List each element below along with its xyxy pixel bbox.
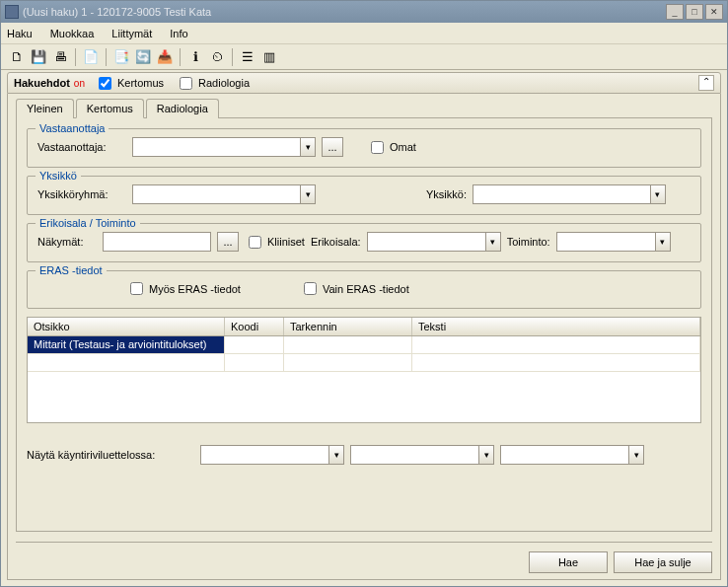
legend-vastaanottaja: Vastaanottaja: [36, 122, 109, 134]
vastaanottaja-input[interactable]: [132, 137, 300, 157]
table-header: Otsikko Koodi Tarkennin Teksti: [28, 318, 700, 336]
checkbox-vain-eras[interactable]: Vain ERAS -tiedot: [300, 279, 409, 298]
menu-haku[interactable]: Haku: [7, 28, 33, 39]
yksikkoryhma-combo[interactable]: ▾: [132, 184, 316, 204]
checkbox-myos-eras[interactable]: Myös ERAS -tiedot: [126, 279, 241, 298]
menu-muokkaa[interactable]: Muokkaa: [50, 28, 95, 39]
cell-tarkennin: [284, 354, 412, 371]
nayta-input-2[interactable]: [350, 445, 478, 465]
label-yksikkoryhma: Yksikköryhmä:: [37, 188, 126, 200]
hae-ja-sulje-button[interactable]: Hae ja sulje: [614, 551, 712, 573]
table-row[interactable]: [28, 354, 700, 372]
dropdown-arrow-icon[interactable]: ▾: [628, 445, 644, 465]
nakymat-browse-button[interactable]: ...: [217, 232, 239, 252]
label-erikoisala: Erikoisala:: [311, 236, 361, 248]
nakymat-input[interactable]: [103, 232, 211, 252]
checkbox-myos-eras-input[interactable]: [130, 282, 143, 295]
label-toiminto: Toiminto:: [507, 236, 550, 248]
nayta-input-3[interactable]: [500, 445, 628, 465]
cell-teksti: [412, 336, 700, 353]
th-teksti[interactable]: Teksti: [412, 318, 700, 335]
toiminto-combo[interactable]: ▾: [556, 232, 671, 252]
collapse-button[interactable]: ⌃: [698, 75, 714, 91]
tool2-icon[interactable]: 🔄: [133, 47, 153, 67]
dropdown-arrow-icon[interactable]: ▾: [300, 137, 316, 157]
vastaanottaja-combo[interactable]: ▾: [132, 137, 316, 157]
dropdown-arrow-icon[interactable]: ▾: [655, 232, 671, 252]
window-title: (Uusi haku) 1 - 120172-9005 Testi Kata: [23, 6, 664, 18]
dropdown-arrow-icon[interactable]: ▾: [300, 184, 316, 204]
checkbox-kertomus[interactable]: Kertomus: [95, 74, 164, 93]
columns-icon[interactable]: ▥: [259, 47, 279, 67]
nayta-combo-2[interactable]: ▾: [350, 445, 494, 465]
dropdown-arrow-icon[interactable]: ▾: [485, 232, 501, 252]
hae-button[interactable]: Hae: [529, 551, 608, 573]
cell-koodi: [225, 354, 284, 371]
th-koodi[interactable]: Koodi: [225, 318, 284, 335]
vastaanottaja-browse-button[interactable]: ...: [322, 137, 343, 157]
nayta-combo-3[interactable]: ▾: [500, 445, 644, 465]
toiminto-input[interactable]: [556, 232, 655, 252]
dropdown-arrow-icon[interactable]: ▾: [328, 445, 344, 465]
panel-body: Yleinen Kertomus Radiologia Vastaanottaj…: [7, 94, 721, 580]
titlebar: (Uusi haku) 1 - 120172-9005 Testi Kata _…: [1, 1, 727, 23]
save-icon[interactable]: 💾: [29, 47, 48, 67]
toolbar-separator: [106, 48, 107, 66]
menu-info[interactable]: Info: [170, 28, 187, 39]
checkbox-omat-input[interactable]: [371, 141, 384, 154]
nayta-combo-1[interactable]: ▾: [200, 445, 344, 465]
label-nayta: Näytä käyntiriviluettelossa:: [27, 449, 194, 461]
print-icon[interactable]: 🖶: [50, 47, 70, 67]
maximize-button[interactable]: □: [686, 4, 703, 20]
checkbox-kliiniset-input[interactable]: [249, 236, 261, 249]
menu-liittymat[interactable]: Liittymät: [111, 28, 152, 39]
nayta-input-1[interactable]: [200, 445, 328, 465]
th-otsikko[interactable]: Otsikko: [28, 318, 225, 335]
cell-otsikko: [28, 354, 225, 371]
fieldset-yksikko: Yksikkö Yksikköryhmä: ▾ Yksikkö: ▾: [27, 176, 701, 215]
legend-yksikko: Yksikkö: [36, 170, 81, 182]
tab-kertomus[interactable]: Kertomus: [76, 99, 144, 118]
table-row[interactable]: Mittarit (Testaus- ja arviointitulokset): [28, 336, 700, 354]
dropdown-arrow-icon[interactable]: ▾: [478, 445, 494, 465]
checkbox-radiologia-input[interactable]: [180, 77, 192, 90]
clock-icon[interactable]: ⏲: [207, 47, 227, 67]
yksikko-input[interactable]: [473, 184, 650, 204]
new-icon[interactable]: 🗋: [7, 47, 27, 67]
footer-buttons: Hae Hae ja sulje: [529, 551, 712, 573]
yksikko-combo[interactable]: ▾: [473, 184, 666, 204]
tab-content: Vastaanottaja Vastaanottaja: ▾ ... Omat: [16, 117, 712, 532]
content: Hakuehdot on Kertomus Radiologia ⌃ Ylein…: [7, 72, 721, 580]
panel-header: Hakuehdot on Kertomus Radiologia ⌃: [7, 72, 721, 94]
checkbox-kliiniset[interactable]: Kliiniset: [245, 233, 305, 252]
info-icon[interactable]: ℹ: [185, 47, 205, 67]
list-icon[interactable]: ☰: [238, 47, 257, 67]
toolbar-separator: [180, 48, 181, 66]
cell-otsikko: Mittarit (Testaus- ja arviointitulokset): [28, 336, 225, 353]
tab-radiologia[interactable]: Radiologia: [146, 99, 219, 118]
checkbox-vain-eras-input[interactable]: [304, 282, 317, 295]
copy-icon[interactable]: 📄: [81, 47, 101, 67]
checkbox-omat[interactable]: Omat: [367, 138, 416, 157]
toolbar-separator: [75, 48, 76, 66]
toolbar-separator: [232, 48, 233, 66]
menubar: Haku Muokkaa Liittymät Info: [1, 23, 727, 44]
label-vastaanottaja: Vastaanottaja:: [37, 141, 126, 153]
tool3-icon[interactable]: 📥: [155, 47, 175, 67]
erikoisala-input[interactable]: [367, 232, 485, 252]
main-window: (Uusi haku) 1 - 120172-9005 Testi Kata _…: [0, 0, 728, 587]
checkbox-radiologia[interactable]: Radiologia: [176, 74, 250, 93]
fieldset-eras: ERAS -tiedot Myös ERAS -tiedot Vain ERAS…: [27, 270, 701, 309]
checkbox-kertomus-input[interactable]: [99, 77, 111, 90]
tool1-icon[interactable]: 📑: [111, 47, 131, 67]
dropdown-arrow-icon[interactable]: ▾: [650, 184, 666, 204]
tab-yleinen[interactable]: Yleinen: [16, 99, 74, 118]
yksikkoryhma-input[interactable]: [132, 184, 300, 204]
erikoisala-combo[interactable]: ▾: [367, 232, 501, 252]
cell-teksti: [412, 354, 700, 371]
legend-erikoisala: Erikoisala / Toiminto: [36, 217, 140, 229]
close-button[interactable]: ✕: [705, 4, 723, 20]
cell-koodi: [225, 336, 284, 353]
minimize-button[interactable]: _: [666, 4, 684, 20]
th-tarkennin[interactable]: Tarkennin: [284, 318, 412, 335]
